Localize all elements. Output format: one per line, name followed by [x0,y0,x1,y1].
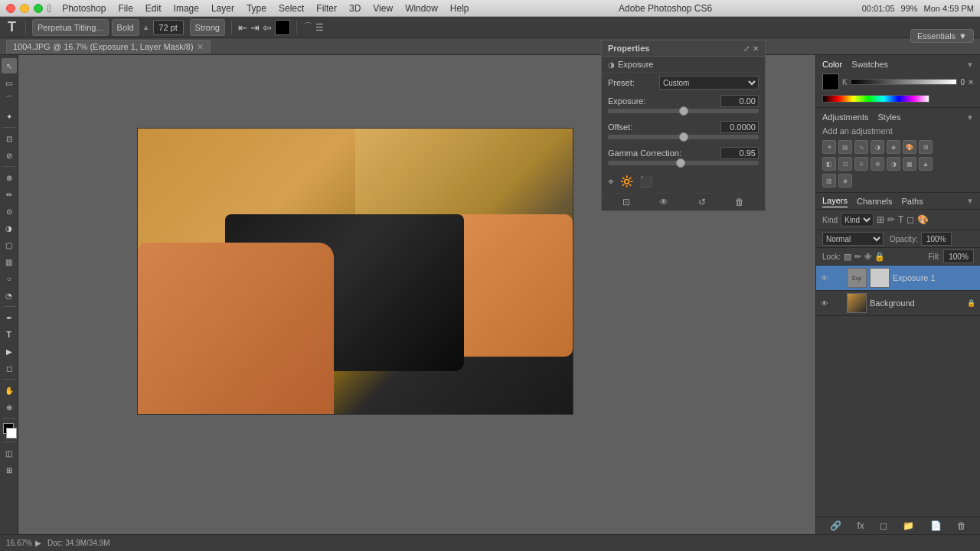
tab-paths[interactable]: Paths [902,195,923,207]
align-center-icon[interactable]: ⇥ [250,21,260,34]
magic-wand-tool[interactable]: ✦ [2,109,17,124]
lasso-tool[interactable]: ⌒ [2,92,17,107]
hsl-adj-icon[interactable]: 🎨 [903,140,916,154]
lock-all-icon[interactable]: 🔒 [874,252,885,262]
threshold-adj-icon[interactable]: ▲ [919,157,933,171]
lock-position-icon[interactable]: ✙ [864,252,871,262]
layer-mask-exposure1[interactable] [870,268,890,288]
preset-select[interactable]: Custom [659,76,759,90]
warp-text-icon[interactable]: ⌒ [303,21,312,34]
layer-filter-icon1[interactable]: ⊞ [877,214,884,225]
font-family-selector[interactable]: Perpetua Titling... [32,19,109,36]
color-panel-menu[interactable]: ▼ [966,60,974,69]
essentials-button[interactable]: Essentials ▼ [910,29,974,43]
doc-tab-close[interactable]: ✕ [197,42,204,52]
layer-filter-icon4[interactable]: ◻ [906,214,914,225]
add-mask-button[interactable]: ◻ [880,520,887,531]
eyedrop-white-btn[interactable]: 🔆 [620,175,633,188]
menu-edit[interactable]: Edit [145,3,162,14]
lock-transparent-icon[interactable]: ▧ [844,252,851,262]
menu-help[interactable]: Help [450,3,469,14]
menu-layer[interactable]: Layer [211,3,234,14]
gamma-slider-track[interactable] [608,161,759,165]
text-options-icon[interactable]: ☰ [315,22,324,33]
gradientmap-adj-icon[interactable]: ▥ [822,174,836,187]
adjustments-panel-menu[interactable]: ▼ [966,113,974,122]
exposure-slider-track[interactable] [608,109,759,113]
eyedropper-tool[interactable]: ⊘ [2,148,17,163]
layer-eye-exposure1[interactable]: 👁 [821,274,831,282]
crop-tool[interactable]: ⊡ [2,131,17,146]
hand-tool[interactable]: ✋ [2,383,17,398]
minimize-button[interactable] [20,4,29,13]
menu-window[interactable]: Window [405,3,438,14]
curves-adj-icon[interactable]: ∿ [854,140,868,154]
offset-slider-thumb[interactable] [679,132,688,142]
color-fg-swatch[interactable] [822,73,839,90]
bw-adj-icon[interactable]: ◧ [822,157,836,171]
layer-eye-background[interactable]: 👁 [821,299,831,308]
channelmixer-adj-icon[interactable]: ≡ [854,157,868,171]
shape-tool[interactable]: ◻ [2,360,17,376]
posterize-adj-icon[interactable]: ▦ [903,157,916,171]
tab-swatches[interactable]: Swatches [851,60,888,69]
lock-image-icon[interactable]: ✏ [854,252,861,262]
text-color-swatch[interactable] [275,20,290,35]
eyedrop-black-btn[interactable]: ⬛ [639,175,652,188]
maximize-button[interactable] [34,4,43,13]
k-channel-slider[interactable] [851,79,958,85]
layer-filter-icon3[interactable]: T [898,214,903,225]
quick-mask-tool[interactable]: ◫ [2,445,17,461]
clone-stamp-tool[interactable]: ⊙ [2,204,17,219]
menu-image[interactable]: Image [174,3,199,14]
props-reset-btn[interactable]: ↺ [698,197,706,207]
photofilter-adj-icon[interactable]: ⊡ [838,157,852,171]
offset-slider-track[interactable] [608,135,759,139]
marquee-tool[interactable]: ▭ [2,75,17,90]
tab-color[interactable]: Color [822,60,842,69]
history-brush-tool[interactable]: ◑ [2,220,17,236]
properties-panel-menu[interactable]: ✕ [753,44,759,53]
brush-tool[interactable]: ✏ [2,187,17,202]
layer-filter-icon2[interactable]: ✏ [887,214,895,225]
close-button[interactable] [6,4,15,13]
font-size-input[interactable] [153,20,184,35]
gamma-value-input[interactable]: 0.95 [720,147,759,159]
align-right-icon[interactable]: ⇦ [263,21,272,34]
layer-item-background[interactable]: 👁 Background 🔒 [816,291,980,316]
new-layer-button[interactable]: 📄 [930,520,942,531]
add-layer-style-button[interactable]: fx [857,520,864,531]
colorbalance-adj-icon[interactable]: ⊞ [919,140,933,154]
tab-channels[interactable]: Channels [857,195,892,207]
props-delete-btn[interactable]: 🗑 [735,197,744,207]
k-channel-close[interactable]: ✕ [968,78,974,86]
brightness-adj-icon[interactable]: ☀ [822,140,836,154]
menu-3d[interactable]: 3D [349,3,361,14]
layer-filter-icon5[interactable]: 🎨 [917,214,929,225]
kind-select[interactable]: Kind [841,213,874,227]
menu-photoshop[interactable]: Photoshop [62,3,106,14]
delete-layer-button[interactable]: 🗑 [957,520,966,531]
levels-adj-icon[interactable]: ▤ [838,140,852,154]
apple-menu[interactable]:  [47,2,51,15]
exposure-value-input[interactable]: 0.00 [720,95,759,107]
props-eye-btn[interactable]: 👁 [659,197,668,207]
colorlookup-adj-icon[interactable]: ⊗ [871,157,884,171]
type-tool[interactable]: T [2,327,17,342]
props-clip-btn[interactable]: ⊡ [622,197,630,207]
menu-filter[interactable]: Filter [316,3,337,14]
menu-view[interactable]: View [373,3,393,14]
invert-adj-icon[interactable]: ◑ [887,157,900,171]
menu-select[interactable]: Select [279,3,304,14]
selectivecolor-adj-icon[interactable]: ◈ [838,174,852,187]
font-weight-selector[interactable]: Bold [112,19,139,36]
gamma-slider-thumb[interactable] [676,158,685,168]
link-layers-button[interactable]: 🔗 [830,520,841,531]
new-group-button[interactable]: 📁 [903,520,914,531]
type-tool-icon[interactable]: T [5,19,19,35]
tab-styles[interactable]: Styles [878,112,901,122]
path-selection-tool[interactable]: ▶ [2,344,17,359]
gradient-tool[interactable]: ▥ [2,254,17,269]
healing-brush-tool[interactable]: ⊕ [2,170,17,185]
offset-value-input[interactable]: 0.0000 [720,121,759,133]
